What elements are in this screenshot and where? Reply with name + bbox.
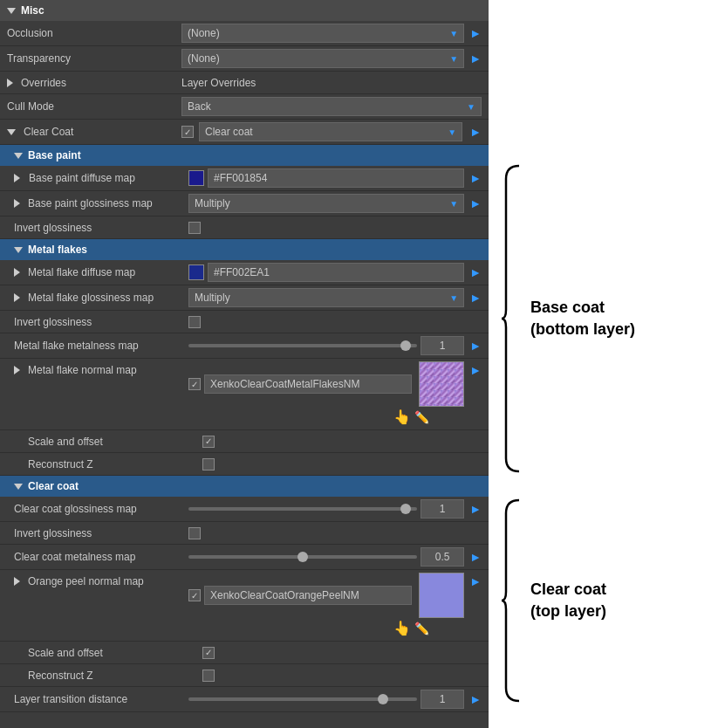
- base-paint-invert-checkbox[interactable]: [188, 222, 201, 234]
- op-hand-icon[interactable]: 👆: [393, 620, 411, 636]
- mf-diffuse-swatch[interactable]: [188, 264, 204, 280]
- op-normal-checkbox[interactable]: [188, 589, 201, 601]
- cc-layer-transition-track[interactable]: [188, 697, 417, 701]
- clear-coat-section-header[interactable]: Clear coat: [0, 476, 489, 497]
- mf-glossiness-link[interactable]: ►: [469, 291, 482, 305]
- transparency-dropdown[interactable]: (None) ▼: [181, 49, 464, 68]
- mf-reconstruct-checkbox[interactable]: [202, 458, 215, 470]
- pencil-icon[interactable]: ✏️: [414, 410, 429, 424]
- base-paint-header[interactable]: Base paint: [0, 145, 489, 166]
- base-paint-invert-value[interactable]: [188, 222, 482, 234]
- cc-reconstruct-value[interactable]: [202, 670, 482, 682]
- metal-flake-invert-value[interactable]: [188, 316, 482, 328]
- base-paint-glossiness-row: Base paint glossiness map Multiply ▼ ►: [0, 191, 489, 216]
- transparency-value[interactable]: (None) ▼ ►: [181, 49, 482, 68]
- mf-metalness-track[interactable]: [188, 344, 417, 347]
- mf-normal-expand[interactable]: [14, 366, 20, 374]
- cc-glossiness-slider-container[interactable]: [188, 507, 417, 511]
- cull-mode-dropdown[interactable]: Back ▼: [181, 97, 482, 116]
- hand-icon[interactable]: 👆: [393, 409, 411, 425]
- mf-scale-offset-value[interactable]: [202, 436, 482, 448]
- mf-diffuse-link[interactable]: ►: [469, 265, 482, 279]
- mf-gloss-expand[interactable]: [14, 293, 20, 302]
- misc-section-header[interactable]: Misc: [0, 0, 489, 21]
- glossiness-select[interactable]: Multiply ▼: [188, 194, 464, 213]
- diffuse-expand-icon[interactable]: [14, 174, 21, 182]
- occlusion-dropdown[interactable]: (None) ▼: [181, 24, 464, 43]
- mf-normal-field[interactable]: XenkoClearCoatMetalFlakesNM: [204, 374, 412, 394]
- cc-glossiness-number[interactable]: 1: [421, 499, 464, 519]
- mf-scale-offset-checkbox[interactable]: [202, 436, 215, 448]
- cc-glossiness-link[interactable]: ►: [469, 502, 482, 516]
- metal-flake-normal-row: Metal flake normal map XenkoClearCoatMet…: [0, 359, 489, 430]
- op-normal-field[interactable]: XenkoClearCoatOrangePeelNM: [204, 586, 412, 605]
- glossiness-link-arrow[interactable]: ►: [469, 196, 482, 210]
- cc-layer-transition-number[interactable]: 1: [421, 690, 464, 709]
- cc-glossiness-value[interactable]: 1 ►: [188, 499, 482, 519]
- base-paint-glossiness-label: Base paint glossiness map: [14, 197, 188, 209]
- cc-layer-transition-value[interactable]: 1 ►: [188, 690, 482, 709]
- base-coat-annotation: Base coat (bottom layer): [497, 161, 635, 476]
- cc-layer-transition-link[interactable]: ►: [469, 692, 482, 706]
- cc-reconstruct-row: Reconstruct Z: [0, 664, 489, 687]
- mf-metalness-number[interactable]: 1: [421, 336, 464, 355]
- diffuse-color-swatch[interactable]: [188, 170, 204, 186]
- cc-invert-checkbox[interactable]: [188, 527, 201, 539]
- cc-metalness-slider-container[interactable]: [188, 555, 417, 559]
- cc-scale-offset-value[interactable]: [202, 647, 482, 659]
- misc-title: Misc: [21, 4, 44, 17]
- mf-glossiness-select[interactable]: Multiply ▼: [188, 288, 464, 307]
- cc-glossiness-thumb[interactable]: [400, 504, 411, 514]
- clear-coat-collapse-icon[interactable]: [7, 129, 16, 135]
- cc-glossiness-label: Clear coat glossiness map: [14, 503, 188, 515]
- cc-scale-offset-checkbox[interactable]: [202, 647, 215, 659]
- op-normal-texture[interactable]: [419, 573, 464, 618]
- clear-coat-value[interactable]: Clear coat ▼ ►: [181, 122, 482, 141]
- mf-metalness-thumb[interactable]: [400, 340, 411, 351]
- op-pencil-icon[interactable]: ✏️: [414, 622, 429, 635]
- cc-glossiness-track[interactable]: [188, 507, 417, 511]
- cc-metalness-thumb[interactable]: [297, 552, 308, 562]
- clear-coat-dropdown[interactable]: Clear coat ▼: [199, 122, 462, 141]
- metal-flake-glossiness-value[interactable]: Multiply ▼ ►: [188, 288, 482, 307]
- cc-reconstruct-checkbox[interactable]: [202, 670, 215, 682]
- overrides-expand-icon[interactable]: [7, 79, 13, 87]
- mf-diffuse-field[interactable]: #FF002EA1: [208, 263, 464, 282]
- cull-mode-value[interactable]: Back ▼: [181, 97, 482, 116]
- transparency-link-arrow[interactable]: ►: [469, 52, 482, 65]
- cc-layer-transition-thumb[interactable]: [378, 694, 388, 704]
- cc-orange-peel-row: Orange peel normal map XenkoClearCoatOra…: [0, 570, 489, 642]
- metal-flake-glossiness-row: Metal flake glossiness map Multiply ▼ ►: [0, 285, 489, 311]
- cc-metalness-number[interactable]: 0.5: [421, 547, 464, 567]
- cc-metalness-value[interactable]: 0.5 ►: [188, 547, 482, 567]
- base-paint-diffuse-value[interactable]: #FF001854 ►: [188, 168, 482, 188]
- diffuse-value-field[interactable]: #FF001854: [208, 168, 464, 188]
- op-normal-link[interactable]: ►: [469, 574, 482, 588]
- clear-coat-link-arrow[interactable]: ►: [469, 125, 482, 139]
- gloss-expand-icon[interactable]: [14, 199, 20, 208]
- clear-coat-checkbox[interactable]: [181, 126, 194, 138]
- cc-invert-value[interactable]: [188, 527, 482, 539]
- occlusion-value[interactable]: (None) ▼ ►: [181, 24, 482, 43]
- mf-invert-checkbox[interactable]: [188, 316, 201, 328]
- op-normal-expand[interactable]: [14, 577, 20, 586]
- mf-normal-texture[interactable]: [419, 361, 464, 407]
- metal-flake-diffuse-value[interactable]: #FF002EA1 ►: [188, 263, 482, 282]
- metal-flakes-collapse-icon: [14, 247, 23, 253]
- cc-metalness-track[interactable]: [188, 555, 417, 559]
- mf-diffuse-expand[interactable]: [14, 268, 20, 277]
- base-paint-glossiness-value[interactable]: Multiply ▼ ►: [188, 194, 482, 213]
- mf-reconstruct-label: Reconstruct Z: [28, 458, 202, 470]
- diffuse-link-arrow[interactable]: ►: [469, 171, 482, 185]
- occlusion-link-arrow[interactable]: ►: [469, 26, 482, 40]
- transparency-dropdown-arrow: ▼: [449, 54, 458, 64]
- cc-layer-transition-slider-container[interactable]: [188, 697, 417, 701]
- mf-metalness-link[interactable]: ►: [469, 339, 482, 353]
- mf-metalness-slider-container[interactable]: [188, 344, 417, 347]
- metal-flakes-header[interactable]: Metal flakes: [0, 239, 489, 260]
- mf-normal-checkbox[interactable]: [188, 378, 201, 390]
- cc-metalness-link[interactable]: ►: [469, 550, 482, 564]
- mf-reconstruct-value[interactable]: [202, 458, 482, 470]
- mf-normal-link[interactable]: ►: [469, 363, 482, 377]
- metal-flake-metalness-value[interactable]: 1 ►: [188, 336, 482, 355]
